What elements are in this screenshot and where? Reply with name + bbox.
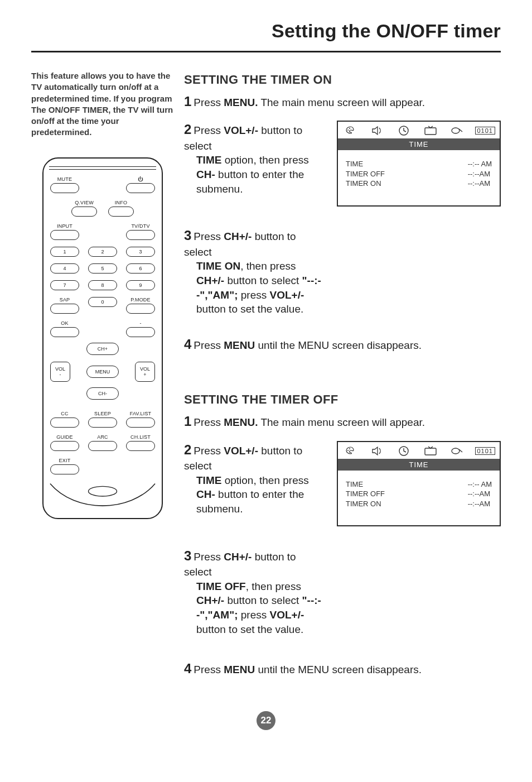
title-rule bbox=[31, 51, 501, 52]
off-step-4: 4Press MENU until the MENU screen disapp… bbox=[184, 660, 496, 678]
svg-point-0 bbox=[89, 486, 117, 496]
vol-plus-button: VOL + bbox=[135, 362, 155, 382]
osd-right-col: --:-- AM --:--AM --:--AM bbox=[468, 159, 492, 189]
on-step-2: 2Press VOL+/- button to select TIME opti… bbox=[184, 121, 318, 196]
satellite-icon bbox=[448, 445, 465, 457]
cc-label: CC bbox=[61, 411, 68, 416]
menu-button: MENU bbox=[86, 366, 119, 378]
off-step-1: 1Press MENU. The main menu screen will a… bbox=[184, 412, 496, 430]
osd-code: 0101 bbox=[475, 127, 495, 135]
tv-icon bbox=[422, 445, 439, 457]
osd-time-menu-2: 0101 TIME TIME TIMER OFF TIMER ON --:-- … bbox=[337, 441, 501, 527]
sap-button bbox=[50, 304, 79, 314]
info-button bbox=[108, 207, 134, 217]
tvdtv-button bbox=[126, 230, 155, 240]
tv-icon bbox=[422, 125, 439, 136]
power-button bbox=[126, 183, 155, 193]
svg-point-5 bbox=[452, 128, 460, 133]
svg-point-10 bbox=[452, 448, 460, 454]
digit-9: 9 bbox=[126, 280, 155, 290]
pmode-label: P.MODE bbox=[130, 297, 151, 303]
input-label: INPUT bbox=[57, 223, 72, 229]
sleep-button bbox=[88, 418, 117, 428]
heading-timer-off: SETTING THE TIMER OFF bbox=[184, 392, 501, 407]
exit-button bbox=[50, 464, 79, 474]
svg-point-7 bbox=[349, 448, 350, 449]
arc-button bbox=[88, 441, 117, 451]
palette-icon bbox=[342, 125, 359, 136]
digit-7: 7 bbox=[50, 280, 79, 290]
intro-text: This feature allows you to have the TV a… bbox=[31, 70, 181, 138]
chlist-label: CH.LIST bbox=[130, 434, 151, 440]
osd-band: TIME bbox=[338, 138, 500, 150]
off-step-2: 2Press VOL+/- button to select TIME opti… bbox=[184, 441, 318, 516]
dash-label: - bbox=[139, 320, 141, 326]
osd-band: TIME bbox=[338, 459, 500, 471]
on-step-3: 3Press CH+/- button to select TIME ON, t… bbox=[184, 227, 323, 316]
input-button bbox=[50, 230, 79, 240]
digit-5: 5 bbox=[88, 263, 117, 274]
qview-label: Q.VIEW bbox=[75, 200, 94, 205]
digit-1: 1 bbox=[50, 247, 79, 257]
chlist-button bbox=[126, 441, 155, 451]
digit-3: 3 bbox=[126, 247, 155, 257]
svg-rect-9 bbox=[425, 448, 436, 455]
sap-label: SAP bbox=[60, 297, 70, 303]
vol-minus-button: VOL - bbox=[50, 362, 70, 382]
pmode-button bbox=[126, 304, 155, 314]
guide-label: GUIDE bbox=[56, 434, 73, 440]
digit-0: 0 bbox=[88, 297, 117, 307]
dash-button bbox=[126, 327, 155, 337]
osd-time-menu: 0101 TIME TIME TIMER OFF TIMER ON --:-- … bbox=[337, 121, 501, 207]
qview-button bbox=[71, 207, 97, 217]
remote-illustration: MUTE ⏻ Q.VIEW INFO INPUT TV/DTV 1 2 3 4 … bbox=[42, 157, 163, 519]
svg-point-6 bbox=[347, 450, 349, 451]
guide-button bbox=[50, 441, 79, 451]
ch-plus-button: CH+ bbox=[86, 343, 119, 355]
arc-label: ARC bbox=[97, 434, 108, 440]
digit-8: 8 bbox=[88, 280, 117, 290]
off-step-3: 3Press CH+/- button to select TIME OFF, … bbox=[184, 547, 323, 637]
palette-icon bbox=[342, 445, 359, 457]
favlist-button bbox=[126, 418, 155, 428]
speaker-icon bbox=[369, 125, 386, 136]
svg-point-2 bbox=[349, 128, 350, 129]
speaker-icon bbox=[369, 445, 386, 457]
heading-timer-on: SETTING THE TIMER ON bbox=[184, 73, 501, 87]
cc-button bbox=[50, 418, 79, 428]
page-number: 22 bbox=[0, 711, 532, 730]
ch-minus-button: CH- bbox=[86, 387, 119, 400]
favlist-label: FAV.LIST bbox=[130, 411, 152, 416]
on-step-1: 1Press MENU. The main menu screen will a… bbox=[184, 93, 496, 111]
exit-label: EXIT bbox=[59, 458, 71, 463]
svg-point-1 bbox=[347, 129, 349, 131]
remote-bottom-curve bbox=[48, 480, 157, 511]
osd-left-col: TIME TIMER OFF TIMER ON bbox=[346, 479, 385, 509]
tvdtv-label: TV/DTV bbox=[131, 223, 149, 229]
digit-6: 6 bbox=[126, 263, 155, 274]
clock-icon bbox=[395, 445, 412, 457]
ok-button bbox=[50, 327, 79, 337]
osd-left-col: TIME TIMER OFF TIMER ON bbox=[346, 159, 385, 189]
power-label: ⏻ bbox=[138, 176, 143, 182]
info-label: INFO bbox=[115, 200, 127, 205]
svg-rect-4 bbox=[425, 128, 436, 135]
on-step-4: 4Press MENU until the MENU screen disapp… bbox=[184, 335, 496, 353]
digit-2: 2 bbox=[88, 247, 117, 257]
sleep-label: SLEEP bbox=[94, 411, 111, 416]
clock-icon bbox=[395, 125, 412, 136]
osd-right-col: --:-- AM --:--AM --:--AM bbox=[468, 479, 492, 509]
satellite-icon bbox=[448, 125, 465, 136]
page-title: Setting the ON/OFF timer bbox=[31, 20, 501, 47]
mute-label: MUTE bbox=[57, 176, 72, 182]
digit-4: 4 bbox=[50, 263, 79, 274]
ok-label: OK bbox=[61, 320, 68, 326]
mute-button bbox=[50, 183, 79, 193]
osd-code: 0101 bbox=[475, 447, 495, 455]
